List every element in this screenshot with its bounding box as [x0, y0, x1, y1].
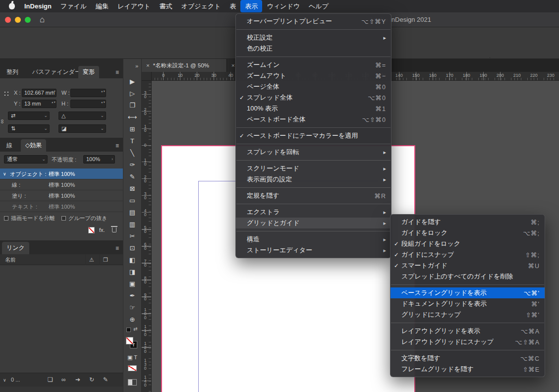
hand-tool[interactable]: ☞ — [123, 302, 141, 314]
grids-submenu-item-0-0[interactable]: ガイドを隠す⌘; — [391, 217, 545, 227]
collapse-panel-icon[interactable]: » — [135, 63, 138, 69]
grids-submenu-item-1-0[interactable]: ベースライングリッドを表示⌥⌘' — [391, 287, 545, 298]
note-tool[interactable]: ▣ — [123, 278, 141, 290]
apple-menu[interactable] — [4, 0, 20, 12]
link-icon[interactable]: ∞ — [61, 376, 66, 384]
tab-pathfinder[interactable]: パスファインダー — [28, 66, 85, 78]
page-tool[interactable]: ❐ — [123, 100, 141, 112]
effects-row-3[interactable]: テキスト :標準 100% — [0, 201, 123, 212]
type-tool[interactable]: T — [123, 135, 141, 147]
formatting-container-button[interactable]: ▣ — [127, 354, 132, 360]
vertical-grid-tool[interactable]: ▥ — [123, 219, 141, 230]
gradient-swatch-tool[interactable]: ◧ — [123, 254, 141, 266]
stepper-icon[interactable]: ▴ ▾ — [101, 90, 105, 93]
fill-none-swatch[interactable] — [126, 337, 133, 344]
menubar-item-6[interactable]: 表 — [225, 0, 240, 12]
view-menu-item-2-3[interactable]: ✓スプレッド全体⌥⌘0 — [236, 92, 391, 103]
opacity-combo[interactable]: 100%› — [83, 155, 115, 164]
grids-submenu-item-1-1[interactable]: ドキュメントグリッドを表示⌘' — [391, 298, 545, 309]
constrain-link-icon[interactable]: ∞ — [0, 119, 6, 124]
mini-fill-swatch[interactable] — [126, 328, 131, 332]
view-menu-item-4-0[interactable]: スプレッドを回転▸ — [236, 147, 391, 158]
stepper-icon[interactable]: ▴ ▾ — [52, 101, 56, 104]
window-minimize-button[interactable] — [15, 17, 21, 23]
screen-mode-icon[interactable] — [128, 379, 137, 386]
warning-icon[interactable]: ⚠ — [89, 256, 94, 264]
tab-links[interactable]: リンク — [2, 242, 29, 254]
w-field[interactable]: ▴ ▾ — [70, 89, 106, 97]
rotate-combo[interactable]: ◪⌄ — [58, 124, 106, 133]
menubar-item-9[interactable]: ヘルプ — [304, 0, 333, 12]
tab-align[interactable]: 整列 — [2, 66, 23, 78]
grids-submenu-item-1-2[interactable]: グリッドにスナップ⇧⌘' — [391, 309, 545, 320]
view-menu-item-3-0[interactable]: ✓ペーストボードにテーマカラーを適用 — [236, 130, 391, 141]
direct-selection-tool[interactable]: ▷ — [123, 88, 141, 100]
stepper-icon[interactable]: ▴ ▾ — [52, 90, 56, 93]
page-column-icon[interactable]: ❐ — [103, 256, 108, 264]
view-menu-item-2-2[interactable]: ページ全体⌘0 — [236, 81, 391, 92]
view-menu-item-8-1[interactable]: ストーリーエディター▸ — [236, 245, 391, 256]
scale-x-combo[interactable]: ⇄⌄ — [8, 112, 50, 120]
tab-effects[interactable]: ◇効果 — [21, 139, 46, 152]
grids-submenu-item-0-1[interactable]: ガイドをロック⌥⌘; — [391, 227, 545, 238]
selection-tool[interactable]: ▶ — [123, 76, 141, 88]
checkbox-icon[interactable] — [4, 216, 8, 221]
grids-submenu-item-2-1[interactable]: レイアウトグリッドにスナップ⌥⇧⌘A — [391, 336, 545, 347]
effects-row-2[interactable]: 塗り :標準 100% — [0, 190, 123, 201]
view-menu-item-2-5[interactable]: ペーストボード全体⌥⇧⌘0 — [236, 114, 391, 125]
disclosure-icon[interactable]: ∨ — [3, 168, 6, 179]
pen-tool[interactable]: ✑ — [123, 159, 141, 171]
links-name-column[interactable]: 名前 — [5, 256, 16, 264]
scale-y-combo[interactable]: ⇅⌄ — [8, 124, 50, 133]
view-menu-item-1-0[interactable]: 校正設定▸ — [236, 32, 391, 43]
grids-submenu-item-0-4[interactable]: ✓スマートガイド⌘U — [391, 260, 545, 271]
go-to-link-icon[interactable]: ➔ — [75, 376, 80, 384]
panel-menu-icon[interactable]: ≡ — [115, 245, 119, 252]
scissors-tool[interactable]: ✂ — [123, 230, 141, 242]
content-collector-tool[interactable]: ⊞ — [123, 123, 141, 135]
menubar-item-0[interactable]: InDesign — [20, 0, 56, 12]
grids-submenu-item-2-0[interactable]: レイアウトグリッドを表示⌥⌘A — [391, 326, 545, 336]
close-tab-icon[interactable]: × — [142, 62, 153, 68]
view-menu-item-6-0[interactable]: 定規を隠す⌘R — [236, 190, 391, 201]
window-close-button[interactable] — [5, 17, 11, 23]
update-link-icon[interactable]: ↻ — [89, 376, 94, 384]
rectangle-tool[interactable]: ▭ — [123, 195, 141, 207]
horizontal-grid-tool[interactable]: ▤ — [123, 207, 141, 219]
checkbox-icon[interactable] — [61, 216, 66, 221]
view-menu-item-2-0[interactable]: ズームイン⌘= — [236, 59, 391, 70]
ruler-origin[interactable] — [142, 72, 152, 81]
blend-mode-combo[interactable]: 通常⌄ — [4, 155, 48, 164]
swap-fill-stroke-icon[interactable]: ⇄ — [133, 326, 137, 332]
effects-row-1[interactable]: 線 :標準 100% — [0, 179, 123, 190]
grids-submenu-item-0-3[interactable]: ✓ガイドにスナップ⇧⌘; — [391, 249, 545, 260]
grids-submenu-item-0-2[interactable]: ✓段組ガイドをロック — [391, 238, 545, 249]
disclosure-icon[interactable]: ∨ — [3, 376, 6, 385]
reference-point-proxy[interactable] — [3, 90, 10, 98]
view-menu-item-0-0[interactable]: オーバープリントプレビュー⌥⇧⌘Y — [236, 16, 391, 27]
view-menu-item-8-0[interactable]: 構造▸ — [236, 234, 391, 245]
rectangle-frame-tool[interactable]: ⊠ — [123, 183, 141, 195]
gap-tool[interactable]: ⟷ — [123, 112, 141, 123]
view-menu-item-5-0[interactable]: スクリーンモード▸ — [236, 163, 391, 174]
zoom-tool[interactable]: ⊕ — [123, 314, 141, 326]
view-menu-item-5-1[interactable]: 表示画質の設定▸ — [236, 174, 391, 185]
formatting-text-button[interactable]: T — [134, 354, 137, 360]
menubar-item-7[interactable]: 表示 — [240, 0, 262, 12]
view-menu-item-7-0[interactable]: エクストラ▸ — [236, 207, 391, 218]
menubar-item-4[interactable]: 書式 — [155, 0, 177, 12]
home-icon[interactable]: ⌂ — [40, 14, 45, 25]
grids-submenu-item-3-0[interactable]: 文字数を隠す⌥⌘C — [391, 353, 545, 364]
tab-stroke[interactable]: 線 — [2, 139, 17, 152]
menubar-item-3[interactable]: レイアウト — [113, 0, 155, 12]
delete-effect-trash-icon[interactable] — [112, 227, 116, 232]
grids-submenu-item-3-1[interactable]: フレームグリッドを隠す⇧⌘E — [391, 364, 545, 375]
menubar-item-5[interactable]: オブジェクト — [177, 0, 225, 12]
document-tab-active[interactable]: ×*名称未設定-1 @ 50% — [142, 59, 227, 72]
pencil-tool[interactable]: ✎ — [123, 171, 141, 183]
menubar-item-8[interactable]: ウィンドウ — [262, 0, 304, 12]
view-menu-item-1-1[interactable]: 色の校正 — [236, 43, 391, 54]
fx-button[interactable]: fx. — [99, 226, 105, 234]
view-menu-item-7-1[interactable]: グリッドとガイド▸ — [236, 218, 391, 228]
x-field[interactable]: 102.667 mm▴ ▾ — [22, 89, 56, 97]
